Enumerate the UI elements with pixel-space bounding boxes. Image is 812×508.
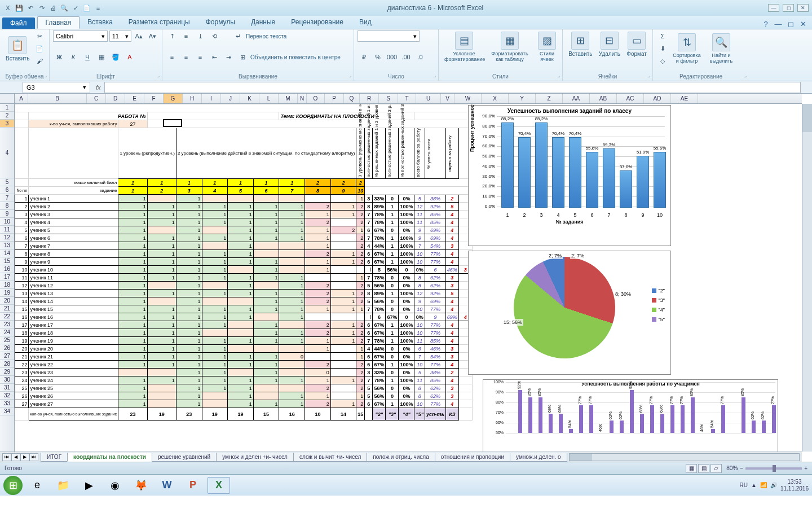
insert-cells-button[interactable]: ⊞Вставить bbox=[566, 30, 594, 58]
column-header[interactable]: P bbox=[325, 94, 344, 103]
align-right-button[interactable]: ≡ bbox=[194, 51, 206, 63]
horizontal-scrollbar[interactable] bbox=[569, 453, 800, 461]
row-header[interactable]: 5 bbox=[0, 178, 14, 186]
cond-format-button[interactable]: ▤Условное форматирование bbox=[442, 30, 486, 63]
column-header[interactable]: T bbox=[398, 94, 416, 103]
row-header[interactable]: 22 bbox=[0, 313, 14, 321]
row-header[interactable]: 18 bbox=[0, 281, 14, 289]
zoom-level[interactable]: 80% bbox=[726, 465, 738, 471]
column-header[interactable]: G bbox=[164, 94, 183, 103]
chart-grades-pie[interactable]: 2; 7%2; 7%8; 30%15; 56%"2""3""4""5" bbox=[468, 251, 671, 375]
indent-inc-button[interactable]: ⇥ bbox=[222, 51, 235, 63]
qat-button[interactable]: 💾 bbox=[15, 3, 24, 12]
column-header[interactable]: D bbox=[106, 94, 125, 103]
column-header[interactable]: V bbox=[441, 94, 454, 103]
word-icon[interactable]: W bbox=[156, 477, 178, 494]
row-header[interactable]: 12 bbox=[0, 234, 14, 242]
orientation-button[interactable]: ⟲ bbox=[208, 30, 220, 42]
restore-icon[interactable]: ◻ bbox=[786, 20, 795, 29]
page-layout-button[interactable]: ▤ bbox=[698, 464, 709, 473]
row-header[interactable]: 6 bbox=[0, 186, 14, 194]
column-header[interactable]: F bbox=[144, 94, 164, 103]
chrome-icon[interactable]: ◉ bbox=[104, 477, 126, 494]
row-header[interactable]: 25 bbox=[0, 336, 14, 344]
column-header[interactable]: K bbox=[240, 94, 259, 103]
row-header[interactable]: 3 bbox=[0, 120, 14, 128]
row-header[interactable]: 26 bbox=[0, 344, 14, 352]
align-bottom-button[interactable]: ⤓ bbox=[194, 30, 206, 42]
column-header[interactable]: S bbox=[379, 94, 398, 103]
merge-button[interactable]: ⊞ bbox=[236, 51, 249, 63]
tray-sound-icon[interactable]: 🔊 bbox=[770, 482, 777, 488]
column-header[interactable]: X bbox=[482, 94, 509, 103]
font-name-select[interactable]: Calibri▾ bbox=[53, 30, 108, 42]
qat-button[interactable]: 🖨 bbox=[48, 3, 58, 12]
row-header[interactable]: 7 bbox=[0, 194, 14, 202]
delete-cells-button[interactable]: ⊟Удалить bbox=[597, 30, 623, 58]
qat-button[interactable]: ↷ bbox=[37, 3, 46, 12]
minimize-ribbon-icon[interactable]: — bbox=[774, 20, 783, 29]
close-icon[interactable]: ✕ bbox=[798, 20, 807, 29]
sheet-tab[interactable]: умнож и делен +и- чисел bbox=[216, 453, 294, 462]
align-center-button[interactable]: ≡ bbox=[180, 51, 192, 63]
column-header[interactable]: A bbox=[15, 94, 28, 103]
column-header[interactable]: O bbox=[307, 94, 325, 103]
ribbon-tab[interactable]: Формулы bbox=[198, 16, 243, 29]
wrap-text-button[interactable]: ↵ bbox=[232, 30, 244, 42]
format-cells-button[interactable]: ▭Формат bbox=[624, 30, 649, 58]
select-all-corner[interactable] bbox=[0, 94, 15, 103]
italic-button[interactable]: К bbox=[67, 51, 80, 63]
tray-clock[interactable]: 13:5311.11.2016 bbox=[780, 479, 809, 492]
fill-button[interactable]: ⬇ bbox=[656, 43, 669, 54]
ribbon-tab[interactable]: Вид bbox=[351, 16, 379, 29]
window-control-button[interactable]: ✕ bbox=[797, 4, 809, 12]
zoom-out-button[interactable]: − bbox=[740, 465, 743, 471]
sheet-tab[interactable]: полож.и отриц. числа bbox=[367, 453, 435, 462]
tray-network-icon[interactable]: 📶 bbox=[760, 482, 767, 488]
file-tab[interactable]: Файл bbox=[2, 17, 35, 29]
number-format-select[interactable]: ▾ bbox=[358, 30, 420, 42]
column-header[interactable]: AB bbox=[590, 94, 617, 103]
row-header[interactable]: 24 bbox=[0, 329, 14, 336]
row-header[interactable]: 23 bbox=[0, 321, 14, 329]
column-header[interactable]: W bbox=[454, 94, 482, 103]
row-header[interactable]: 8 bbox=[0, 202, 14, 210]
column-header[interactable]: E bbox=[125, 94, 144, 103]
row-header[interactable]: 20 bbox=[0, 297, 14, 305]
row-header[interactable]: 1 bbox=[0, 104, 14, 112]
sheet-tab[interactable]: отношения и пропорции bbox=[435, 453, 510, 462]
fill-color-button[interactable]: 🪣 bbox=[109, 51, 122, 63]
format-painter-button[interactable]: 🖌 bbox=[33, 55, 46, 67]
column-header[interactable]: U bbox=[416, 94, 441, 103]
row-header[interactable]: 16 bbox=[0, 265, 14, 273]
row-header[interactable]: 28 bbox=[0, 360, 14, 368]
grow-font-button[interactable]: A▴ bbox=[133, 30, 145, 42]
column-header[interactable]: L bbox=[259, 94, 279, 103]
paste-button[interactable]: 📋Вставить bbox=[3, 35, 32, 63]
row-header[interactable]: 11 bbox=[0, 226, 14, 234]
qat-button[interactable]: ↶ bbox=[26, 3, 35, 12]
column-header[interactable]: N bbox=[298, 94, 307, 103]
dec-decimal-button[interactable]: .0 bbox=[414, 51, 426, 63]
column-header[interactable]: M bbox=[279, 94, 298, 103]
font-color-button[interactable]: A bbox=[123, 51, 136, 63]
sheet-tab[interactable]: слож и вычит +и- чисел bbox=[293, 453, 367, 462]
row-header[interactable]: 14 bbox=[0, 249, 14, 257]
window-control-button[interactable]: ◻ bbox=[783, 4, 794, 12]
sheet-tab[interactable]: решение уравнений bbox=[152, 453, 217, 462]
row-header[interactable]: 2 bbox=[0, 112, 14, 120]
row-header[interactable]: 4 bbox=[0, 128, 14, 178]
row-header[interactable]: 32 bbox=[0, 392, 14, 400]
name-box[interactable]: G3▾ bbox=[23, 82, 90, 93]
currency-button[interactable]: ₽ bbox=[358, 51, 370, 63]
column-header[interactable]: Q bbox=[344, 94, 360, 103]
row-header[interactable]: 29 bbox=[0, 368, 14, 376]
row-header[interactable]: 33 bbox=[0, 400, 14, 408]
align-top-button[interactable]: ⤒ bbox=[166, 30, 178, 42]
column-header[interactable]: AE bbox=[671, 94, 698, 103]
qat-button[interactable]: ≡ bbox=[94, 3, 103, 12]
bold-button[interactable]: Ж bbox=[53, 51, 65, 63]
sheet-tab[interactable]: ИТОГ bbox=[41, 453, 68, 462]
row-header[interactable]: 27 bbox=[0, 352, 14, 360]
ribbon-tab[interactable]: Вставка bbox=[80, 16, 121, 29]
